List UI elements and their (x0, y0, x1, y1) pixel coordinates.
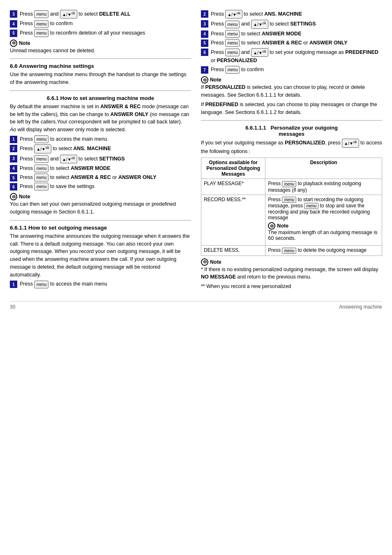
ans-only-bold: ANSWER ONLY (111, 111, 149, 117)
menu-btn-6611-1: menu (34, 281, 48, 288)
menu-btn-play: menu (282, 181, 296, 187)
note-3-title: ⊖ Note (201, 76, 382, 84)
ao-italic: Ao (10, 127, 16, 132)
nav-btn-r-2: ▲/▼ok (225, 10, 242, 19)
table-cell-play-desc: Press menu to playback existing outgoing… (265, 179, 382, 195)
options-table: Options available for Personalized Outgo… (201, 158, 382, 255)
steps-661-list: 1 Press menu to access the main menu 2 P… (10, 135, 191, 190)
steps-right-top: 2 Press ▲/▼ok to select ANS. MACHINE 3 P… (201, 10, 382, 74)
section-66-body: Use the answering machine menu through t… (10, 71, 191, 86)
predefined-note: PREDEFINED (205, 102, 238, 107)
nav-btn-3: ▲/▼ok (60, 10, 77, 19)
section-66-heading: 6.6 Answering machine settings (10, 63, 191, 69)
personalized-66111: PERSONALIZED (285, 140, 325, 146)
step-num-r-2: 2 (201, 10, 208, 18)
ans-machine-r: ANS. MACHINE (264, 11, 302, 17)
step-num-r-7: 7 (201, 66, 208, 74)
menu-btn-r-5: menu (225, 39, 240, 47)
step-5-reconfirm: 5 Press menu to reconfirm deletion of al… (10, 29, 191, 37)
step-661-1: 1 Press menu to access the main menu (10, 135, 191, 143)
note-4-title: ⊖ Note (201, 258, 382, 266)
page-footer: 30 Answering machine (10, 301, 382, 310)
note-table-text: The maximum length of an outgoing messag… (268, 230, 379, 241)
step-661-2: 2 Press ▲/▼ok to select ANS. MACHINE (10, 144, 191, 153)
menu-btn-record-2: menu (304, 203, 318, 209)
divider-3 (10, 220, 191, 221)
step-4-confirm: 4 Press menu to confirm (10, 20, 191, 28)
menu-btn-661-6: menu (34, 183, 48, 190)
note-4-text-2: ** When you record a new personalized (201, 283, 382, 290)
settings-bold: SETTINGS (99, 156, 125, 161)
note-2: ⊖ Note You can then set your own persona… (10, 193, 191, 216)
step-num-r-4: 4 (201, 30, 208, 38)
note-2-title: ⊖ Note (10, 193, 191, 200)
menu-btn-3: menu (34, 10, 48, 18)
menu-btn-r-3: menu (225, 21, 240, 28)
step-r-6-content: Press menu and ▲/▼ok to set your outgoin… (211, 48, 382, 65)
ans-rec-bold: ANSWER & REC (100, 104, 141, 109)
nav-btn-r-3: ▲/▼ok (251, 20, 268, 28)
note-icon-table: ⊖ (268, 222, 275, 230)
step-r-7: 7 Press menu to confirm (201, 66, 382, 74)
nav-btn-66111: ▲/▼ok (342, 139, 359, 147)
note-4-label: Note (210, 259, 221, 265)
note-3-text-1: If PERSONALIZED is selected, you can cho… (201, 84, 382, 99)
no-message-bold: NO MESSAGE (201, 274, 236, 280)
intro-step-list: 3 Press menu and ▲/▼ok to select DELETE … (10, 10, 191, 37)
note-4: ⊖ Note * If there is no existing persona… (201, 258, 382, 290)
ans-only-bold-2: ANSWER ONLY (118, 174, 157, 180)
step-5-content: Press menu to reconfirm deletion of all … (20, 29, 191, 37)
nav-btn-661-3: ▲/▼ok (60, 155, 77, 163)
menu-btn-661-5: menu (34, 174, 48, 181)
note-icon-4: ⊖ (201, 258, 208, 266)
nav-btn-r-6: ▲/▼ok (251, 48, 268, 57)
step-r-5-content: Press menu to select ANSWER & REC or ANS… (211, 39, 382, 47)
menu-btn-5: menu (34, 29, 48, 37)
menu-btn-r-7: menu (225, 66, 240, 74)
left-column: 3 Press menu and ▲/▼ok to select DELETE … (10, 8, 191, 293)
steps-6611-list: 1 Press menu to access the main menu (10, 280, 191, 288)
step-num-661-4: 4 (10, 165, 17, 172)
ans-only-r: ANSWER ONLY (309, 40, 348, 46)
step-num-r-6: 6 (201, 49, 208, 56)
menu-btn-4: menu (34, 20, 48, 28)
step-661-4-content: Press menu to select ANSWER MODE (20, 165, 191, 172)
ans-rec-r: ANSWER & REC (262, 40, 302, 46)
menu-btn-delete: menu (282, 248, 296, 254)
step-r-4: 4 Press menu to select ANSWER MODE (201, 30, 382, 38)
answer-mode-bold: ANSWER MODE (71, 165, 111, 171)
divider-1 (10, 58, 191, 59)
step-6611-1: 1 Press menu to access the main menu (10, 280, 191, 288)
table-row-delete: DELETE MESS. Press menu to delete the ou… (201, 246, 382, 255)
step-num-5: 5 (10, 30, 17, 37)
menu-btn-r-6: menu (225, 49, 240, 56)
note-3-label: Note (210, 77, 221, 83)
step-num-6611-1: 1 (10, 281, 17, 288)
note-1-title: ⊖ Note (10, 39, 191, 47)
note-3: ⊖ Note If PERSONALIZED is selected, you … (201, 76, 382, 116)
divider-2 (10, 91, 191, 91)
table-cell-delete-option: DELETE MESS. (201, 246, 265, 255)
step-661-6-content: Press menu to save the settings (20, 183, 191, 190)
note-1-text: Unread messages cannot be deleted. (10, 47, 191, 55)
note-table-record: ⊖ Note The maximum length of an outgoing… (268, 222, 379, 241)
step-r-5: 5 Press menu to select ANSWER & REC or A… (201, 39, 382, 47)
step-num-661-3: 3 (10, 155, 17, 163)
note-2-text: You can then set your own personalized o… (10, 200, 191, 216)
step-661-4: 4 Press menu to select ANSWER MODE (10, 165, 191, 172)
step-num-3: 3 (10, 10, 17, 18)
menu-btn-661-1: menu (34, 135, 48, 143)
step-r-2-content: Press ▲/▼ok to select ANS. MACHINE (211, 10, 382, 19)
table-cell-delete-desc: Press menu to delete the outgoing messag… (265, 246, 382, 255)
note-1-label: Note (19, 40, 30, 46)
step-6611-1-content: Press menu to access the main menu (20, 280, 191, 288)
note-table-record-title: ⊖ Note (268, 222, 379, 230)
step-num-661-5: 5 (10, 174, 17, 181)
note-icon-3: ⊖ (201, 76, 208, 84)
step-661-3: 3 Press menu and ▲/▼ok to select SETTING… (10, 155, 191, 163)
page-number: 30 (10, 304, 15, 310)
personalized-note: PERSONALIZED (205, 84, 245, 90)
footer-right-text: Answering machine (339, 304, 382, 310)
step-3-delete-all: 3 Press menu and ▲/▼ok to select DELETE … (10, 10, 191, 19)
step-num-661-2: 2 (10, 145, 17, 152)
